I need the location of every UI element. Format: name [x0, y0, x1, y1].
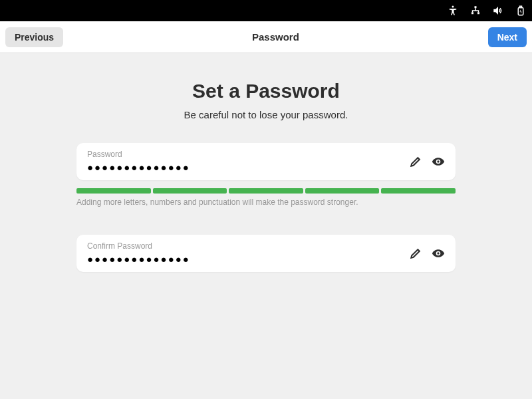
strength-hint: Adding more letters, numbers and punctua… [76, 198, 456, 207]
accessibility-icon[interactable] [447, 5, 459, 17]
confirm-password-field-container: Confirm Password [76, 235, 456, 272]
strength-segment [381, 188, 456, 194]
strength-segment [153, 188, 227, 194]
strength-segment [229, 188, 303, 194]
svg-rect-3 [477, 12, 479, 14]
svg-rect-5 [520, 6, 522, 7]
header-bar: Previous Password Next [0, 21, 532, 53]
previous-button[interactable]: Previous [5, 27, 63, 47]
confirm-password-input[interactable] [87, 253, 400, 265]
eye-icon[interactable] [432, 155, 445, 168]
strength-segment [305, 188, 380, 194]
next-button[interactable]: Next [488, 27, 527, 47]
header-title: Password [252, 31, 299, 43]
strength-segment [76, 188, 151, 194]
eye-icon[interactable] [432, 247, 445, 260]
password-label: Password [87, 150, 400, 159]
page-subtitle: Be careful not to lose your password. [184, 109, 348, 120]
svg-rect-2 [471, 12, 473, 14]
form-group: Password Adding more letters, numbers an… [76, 143, 456, 272]
password-field-container: Password [76, 143, 456, 180]
confirm-password-label: Confirm Password [87, 241, 400, 251]
edit-icon[interactable] [409, 247, 422, 260]
content-area: Set a Password Be careful not to lose yo… [0, 53, 532, 272]
battery-icon[interactable] [515, 5, 527, 17]
svg-rect-1 [475, 6, 477, 8]
strength-meter [76, 188, 456, 194]
password-input[interactable] [87, 162, 400, 173]
volume-icon[interactable] [492, 5, 504, 17]
page-title: Set a Password [192, 80, 340, 102]
edit-icon[interactable] [409, 155, 422, 168]
svg-point-0 [452, 6, 454, 8]
network-icon[interactable] [469, 5, 481, 17]
system-topbar [0, 0, 532, 21]
